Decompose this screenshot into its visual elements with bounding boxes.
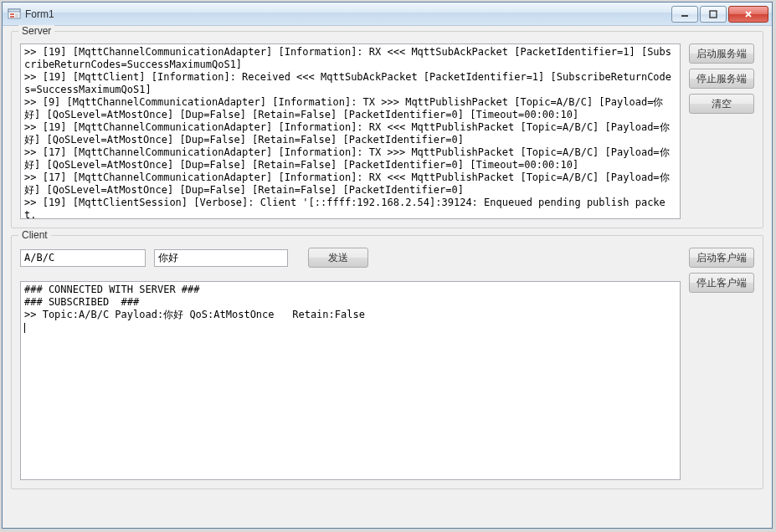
spacer: [689, 281, 754, 480]
titlebar[interactable]: Form1: [3, 3, 772, 26]
client-group: Client 发送 启动客户端 停止客户端 ### CONNECTED WITH…: [11, 235, 763, 489]
start-client-button[interactable]: 启动客户端: [689, 248, 754, 268]
client-group-title: Client: [18, 229, 51, 241]
minimize-button[interactable]: [671, 6, 698, 23]
svg-rect-2: [10, 13, 14, 15]
svg-rect-6: [710, 11, 717, 18]
server-group-title: Server: [18, 25, 54, 37]
app-window: Form1 Server >> [19] [MqttChannelCommuni…: [2, 2, 773, 529]
maximize-button[interactable]: [700, 6, 727, 23]
start-server-button[interactable]: 启动服务端: [689, 43, 754, 64]
text-cursor: [24, 323, 25, 333]
client-area: Server >> [19] [MqttChannelCommunication…: [3, 26, 772, 528]
svg-rect-1: [8, 9, 20, 12]
topic-input[interactable]: [20, 249, 146, 267]
app-icon: [8, 8, 21, 21]
client-input-row: 发送: [20, 248, 681, 268]
clear-server-button[interactable]: 清空: [689, 94, 754, 114]
payload-input[interactable]: [154, 249, 288, 267]
close-button[interactable]: [728, 6, 768, 23]
stop-server-button[interactable]: 停止服务端: [689, 69, 754, 89]
window-title: Form1: [25, 8, 671, 20]
send-button[interactable]: 发送: [308, 248, 368, 268]
window-controls: [671, 6, 768, 23]
svg-rect-4: [15, 13, 18, 18]
client-log[interactable]: ### CONNECTED WITH SERVER ### ### SUBSCR…: [20, 281, 681, 480]
svg-rect-5: [681, 15, 688, 17]
server-group: Server >> [19] [MqttChannelCommunication…: [11, 31, 763, 228]
server-buttons: 启动服务端 停止服务端 清空: [689, 43, 754, 219]
svg-rect-3: [10, 16, 14, 18]
server-log[interactable]: >> [19] [MqttChannelCommunicationAdapter…: [20, 43, 681, 219]
